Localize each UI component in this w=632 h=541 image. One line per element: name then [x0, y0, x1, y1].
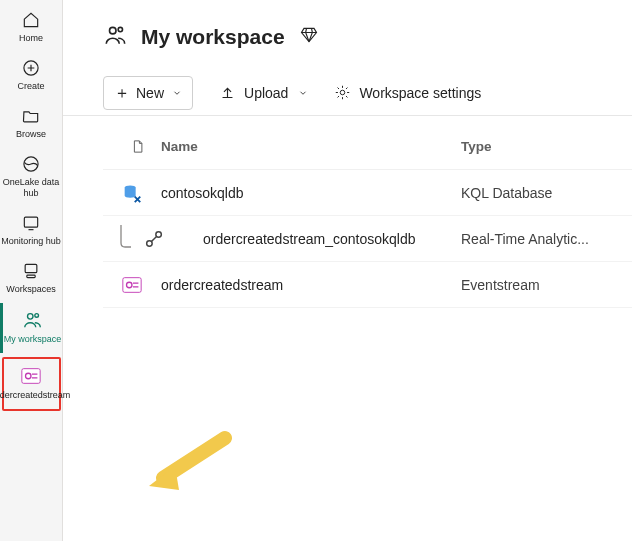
svg-rect-3 [25, 264, 37, 272]
nav-item-my-workspace[interactable]: My workspace [0, 303, 63, 353]
globe-icon [21, 154, 41, 174]
nav-item-onelake[interactable]: OneLake data hub [0, 148, 63, 207]
svg-point-5 [27, 314, 33, 320]
item-icon-cell [103, 182, 161, 204]
upload-icon [219, 84, 236, 101]
svg-point-14 [156, 231, 162, 237]
nav-item-label: Browse [16, 129, 46, 140]
eventstream-icon [121, 274, 143, 296]
eventstream-icon [20, 365, 42, 387]
folder-icon [21, 106, 41, 126]
left-nav-rail: Home Create Browse OneLake data hub Moni… [0, 0, 63, 541]
chevron-down-icon [298, 85, 308, 101]
column-header-name[interactable]: Name [161, 139, 461, 154]
items-table: Name Type contosokqldb KQL Database [63, 116, 632, 308]
item-type: KQL Database [461, 185, 632, 201]
kql-database-icon [121, 182, 143, 204]
new-button-label: New [136, 85, 164, 101]
nav-item-home[interactable]: Home [0, 4, 63, 52]
main-content: My workspace ＋ New Upload Workspace [63, 0, 632, 541]
item-icon-cell [103, 225, 161, 253]
chevron-down-icon [172, 85, 182, 101]
nav-item-label: OneLake data hub [0, 177, 63, 199]
svg-point-9 [110, 27, 117, 34]
nav-item-label: Workspaces [6, 284, 55, 295]
annotation-arrow [145, 430, 235, 500]
people-icon [22, 309, 44, 331]
upload-button[interactable]: Upload [219, 84, 308, 101]
svg-rect-2 [24, 217, 37, 227]
table-row[interactable]: ordercreatedstream_contosokqldb Real-Tim… [103, 216, 632, 262]
item-name: ordercreatedstream_contosokqldb [161, 231, 461, 247]
tree-connector-icon [117, 225, 133, 253]
nav-item-monitoring[interactable]: Monitoring hub [0, 207, 63, 255]
column-header-icon[interactable] [103, 138, 161, 155]
workspace-settings-label: Workspace settings [359, 85, 481, 101]
workspace-settings-button[interactable]: Workspace settings [334, 84, 481, 101]
nav-item-label: ordercreatedstream [0, 390, 70, 401]
plus-icon: ＋ [114, 85, 130, 101]
workspaces-icon [21, 261, 41, 281]
gear-icon [334, 84, 351, 101]
table-header: Name Type [103, 116, 632, 170]
column-header-type[interactable]: Type [461, 139, 632, 154]
new-button[interactable]: ＋ New [103, 76, 193, 110]
nav-item-browse[interactable]: Browse [0, 100, 63, 148]
workspace-header: My workspace [63, 22, 632, 70]
item-type: Eventstream [461, 277, 632, 293]
home-icon [21, 10, 41, 30]
item-icon-cell [103, 274, 161, 296]
diamond-icon[interactable] [299, 25, 319, 49]
workspace-toolbar: ＋ New Upload Workspace settings [63, 70, 632, 116]
nav-item-ordercreatedstream[interactable]: ordercreatedstream [2, 357, 61, 411]
item-name: contosokqldb [161, 185, 461, 201]
table-row[interactable]: ordercreatedstream Eventstream [103, 262, 632, 308]
upload-button-label: Upload [244, 85, 288, 101]
nav-item-label: Home [19, 33, 43, 44]
table-row[interactable]: contosokqldb KQL Database [103, 170, 632, 216]
stream-link-icon [143, 228, 165, 250]
svg-point-11 [341, 90, 346, 95]
item-type: Real-Time Analytic... [461, 231, 632, 247]
svg-point-13 [147, 240, 153, 246]
svg-point-10 [118, 27, 122, 31]
nav-item-label: Monitoring hub [1, 236, 61, 247]
nav-item-label: My workspace [4, 334, 62, 345]
page-title: My workspace [141, 25, 285, 49]
monitor-icon [21, 213, 41, 233]
svg-marker-17 [149, 466, 179, 490]
table-body: contosokqldb KQL Database ordercreatedst… [103, 170, 632, 308]
item-name: ordercreatedstream [161, 277, 461, 293]
nav-item-create[interactable]: Create [0, 52, 63, 100]
nav-item-label: Create [17, 81, 44, 92]
plus-circle-icon [21, 58, 41, 78]
people-icon [103, 22, 129, 52]
svg-rect-4 [27, 275, 35, 278]
svg-point-6 [34, 314, 38, 318]
nav-item-workspaces[interactable]: Workspaces [0, 255, 63, 303]
